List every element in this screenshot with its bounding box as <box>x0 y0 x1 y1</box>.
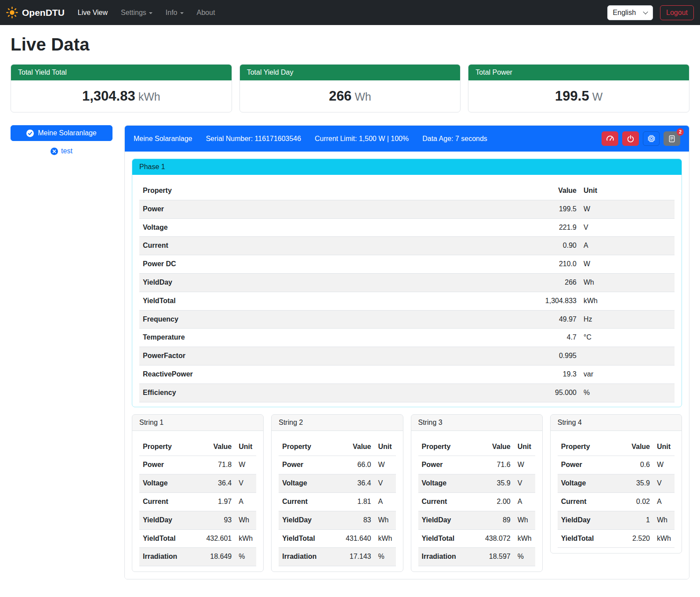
brand[interactable]: OpenDTU <box>6 7 65 18</box>
table-row: Current 0.02 A <box>558 492 675 511</box>
property-value: 93 <box>200 511 235 529</box>
table-row: Power 71.6 W <box>418 456 535 474</box>
card-value: 266 <box>329 88 352 104</box>
property-value: 1.81 <box>340 492 375 511</box>
property-value: 36.4 <box>340 474 375 493</box>
property-value: 83 <box>340 511 375 529</box>
card-header: Total Yield Day <box>240 65 461 80</box>
property-value: 71.8 <box>200 456 235 474</box>
property-name: Power <box>418 456 479 474</box>
property-name: YieldTotal <box>558 529 618 548</box>
property-unit: % <box>375 548 396 566</box>
property-unit: Wh <box>514 511 535 529</box>
journal-icon <box>668 135 676 143</box>
table-row: Power 66.0 W <box>279 456 395 474</box>
string-table: Property Value Unit Power <box>279 438 395 567</box>
live-data-page: Live Data Total Yield Total 1,304.83kWh … <box>0 25 700 591</box>
table-row: Voltage 36.4 V <box>139 474 256 493</box>
brand-title: OpenDTU <box>22 7 65 18</box>
property-unit: V <box>653 474 675 493</box>
property-name: Frequency <box>139 310 519 329</box>
string-card-3: String 3 Property Value Unit <box>411 414 543 572</box>
property-unit: kWh <box>653 529 675 548</box>
inverter-button-test[interactable]: test <box>11 147 112 156</box>
card-header: Total Yield Total <box>11 65 232 80</box>
event-count-badge: 2 <box>677 128 684 136</box>
inverter-button-selected[interactable]: Meine Solaranlage <box>11 125 112 141</box>
property-value: 2.00 <box>479 492 514 511</box>
property-value: 0.995 <box>519 347 580 365</box>
col-header-unit: Unit <box>580 182 675 200</box>
table-row: PowerFactor 0.995 <box>139 347 675 365</box>
nav-info[interactable]: Info <box>162 5 187 20</box>
table-row: YieldDay 266 Wh <box>139 273 675 292</box>
col-header-property: Property <box>558 438 618 456</box>
property-unit: kWh <box>514 529 535 548</box>
property-unit: kWh <box>580 292 675 310</box>
property-value: 49.97 <box>519 310 580 329</box>
property-value: 0.6 <box>618 456 653 474</box>
nav-settings[interactable]: Settings <box>117 5 156 20</box>
col-header-property: Property <box>279 438 339 456</box>
property-value: 18.597 <box>479 548 514 566</box>
property-unit: % <box>235 548 256 566</box>
inverter-actions: 2 <box>602 131 680 146</box>
property-value: 95.000 <box>519 384 580 402</box>
inverter-card-header: Meine Solaranlage Serial Number: 1161716… <box>125 126 689 152</box>
table-row: YieldDay 93 Wh <box>139 511 256 529</box>
property-unit: Wh <box>235 511 256 529</box>
property-name: Power <box>139 456 200 474</box>
limit-settings-button[interactable] <box>602 131 618 146</box>
property-unit: Wh <box>580 273 675 292</box>
property-value: 66.0 <box>340 456 375 474</box>
table-header-row: Property Value Unit <box>418 438 535 456</box>
property-unit: A <box>653 492 675 511</box>
nav-links: Live View Settings Info About <box>74 5 219 20</box>
property-value: 221.9 <box>519 218 580 237</box>
table-row: YieldTotal 2.520 kWh <box>558 529 675 548</box>
table-row: YieldDay 89 Wh <box>418 511 535 529</box>
x-circle-icon <box>51 148 58 155</box>
string-title: String 1 <box>132 415 263 431</box>
table-row: Voltage 35.9 V <box>418 474 535 493</box>
phase-table: Property Value Unit Power <box>139 182 675 402</box>
table-row: YieldDay 1 Wh <box>558 511 675 529</box>
string-card-1: String 1 Property Value Unit <box>132 414 264 572</box>
event-log-button[interactable]: 2 <box>664 131 680 146</box>
string-card-2: String 2 Property Value Unit <box>271 414 403 572</box>
property-name: Voltage <box>418 474 479 493</box>
property-name: YieldTotal <box>139 529 200 548</box>
page-title: Live Data <box>11 35 689 54</box>
inverter-sidebar: Meine Solaranlage test <box>11 125 112 156</box>
logout-button[interactable]: Logout <box>660 5 694 20</box>
top-navbar: OpenDTU Live View Settings Info About En… <box>0 0 700 25</box>
table-row: Current 2.00 A <box>418 492 535 511</box>
property-value: 35.9 <box>618 474 653 493</box>
col-header-property: Property <box>418 438 479 456</box>
inverter-button-label: Meine Solaranlage <box>38 129 96 137</box>
property-value: 89 <box>479 511 514 529</box>
col-header-value: Value <box>618 438 653 456</box>
language-select[interactable]: English <box>607 5 653 20</box>
power-settings-button[interactable] <box>622 131 639 146</box>
summary-cards: Total Yield Total 1,304.83kWh Total Yiel… <box>11 64 689 112</box>
property-value: 431.640 <box>340 529 375 548</box>
property-unit: kWh <box>235 529 256 548</box>
property-value: 0.02 <box>618 492 653 511</box>
nav-about[interactable]: About <box>193 5 219 20</box>
property-value: 17.143 <box>340 548 375 566</box>
check-circle-icon <box>26 130 34 137</box>
nav-live-view[interactable]: Live View <box>74 5 111 20</box>
property-unit: V <box>580 218 675 237</box>
nav-settings-label: Settings <box>121 9 146 16</box>
property-name: YieldDay <box>558 511 618 529</box>
power-icon <box>627 135 635 143</box>
device-info-button[interactable] <box>643 131 660 146</box>
cpu-icon <box>647 134 656 143</box>
property-unit: Wh <box>653 511 675 529</box>
chevron-down-icon <box>180 12 184 14</box>
property-name: ReactivePower <box>139 365 519 384</box>
property-unit: A <box>514 492 535 511</box>
property-name: YieldDay <box>418 511 479 529</box>
col-header-value: Value <box>200 438 235 456</box>
